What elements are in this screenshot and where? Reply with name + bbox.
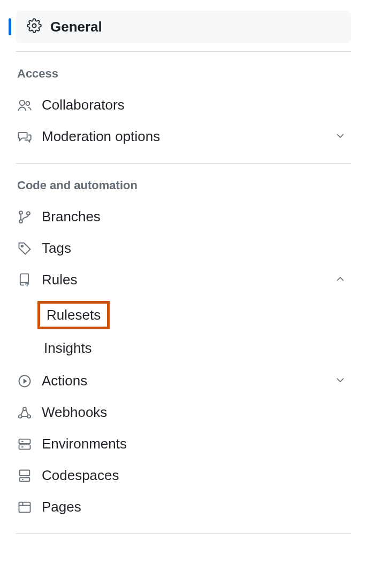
server-icon	[17, 437, 36, 452]
sidebar-item-label: Codespaces	[42, 467, 347, 484]
sidebar-item-collaborators[interactable]: Collaborators	[16, 89, 351, 121]
sidebar-item-actions[interactable]: Actions	[16, 365, 351, 397]
sidebar-item-moderation[interactable]: Moderation options	[16, 121, 351, 152]
sidebar-item-label: Tags	[42, 240, 347, 257]
svg-point-4	[19, 220, 22, 223]
sidebar-item-label: Rulesets	[47, 307, 101, 323]
section-title-code-automation: Code and automation	[17, 179, 351, 201]
sidebar-subitem-insights[interactable]: Insights	[16, 335, 351, 362]
svg-rect-17	[20, 477, 30, 481]
divider	[16, 51, 351, 52]
people-icon	[17, 98, 36, 113]
sidebar-item-tags[interactable]: Tags	[16, 233, 351, 264]
comment-discussion-icon	[17, 129, 36, 144]
sidebar-item-label: Rules	[42, 272, 334, 288]
svg-rect-13	[19, 445, 30, 449]
webhook-icon	[17, 405, 36, 420]
sidebar-item-label: Pages	[42, 499, 347, 515]
browser-icon	[17, 500, 36, 515]
divider	[16, 163, 351, 164]
tag-icon	[17, 241, 36, 256]
codespaces-icon	[17, 468, 36, 483]
sidebar-item-general[interactable]: General	[16, 11, 351, 43]
sidebar-item-label: Collaborators	[42, 97, 347, 113]
git-branch-icon	[17, 210, 36, 225]
divider	[16, 533, 351, 534]
sidebar-item-label: Branches	[42, 208, 347, 225]
chevron-down-icon	[334, 374, 347, 389]
sidebar-item-label: Actions	[42, 373, 334, 389]
play-circle-icon	[17, 374, 36, 389]
svg-point-5	[27, 212, 30, 215]
sidebar-item-pages[interactable]: Pages	[16, 491, 351, 523]
sidebar-item-label: Webhooks	[42, 404, 347, 421]
settings-sidebar: General Access Collaborators Moderation …	[16, 11, 351, 534]
repo-push-icon	[17, 273, 36, 288]
sidebar-item-environments[interactable]: Environments	[16, 428, 351, 460]
svg-rect-19	[19, 502, 30, 512]
highlight-box: Rulesets	[37, 301, 110, 329]
svg-marker-8	[24, 378, 27, 383]
svg-point-1	[20, 100, 25, 105]
sidebar-item-webhooks[interactable]: Webhooks	[16, 397, 351, 428]
sidebar-item-rules[interactable]: Rules	[16, 264, 351, 296]
chevron-down-icon	[334, 129, 347, 144]
svg-rect-16	[20, 470, 30, 476]
svg-point-2	[26, 102, 29, 105]
svg-point-3	[19, 211, 22, 214]
svg-point-6	[21, 245, 24, 247]
section-title-access: Access	[17, 67, 351, 89]
sidebar-item-label: General	[50, 19, 102, 35]
chevron-up-icon	[334, 273, 347, 288]
sidebar-item-branches[interactable]: Branches	[16, 201, 351, 233]
sidebar-item-label: Environments	[42, 436, 347, 452]
sidebar-item-label: Moderation options	[42, 128, 334, 145]
gear-icon	[27, 18, 42, 35]
rules-children: Rulesets Insights	[16, 299, 351, 362]
sidebar-item-label: Insights	[44, 340, 92, 356]
svg-point-0	[33, 24, 36, 28]
sidebar-subitem-rulesets[interactable]: Rulesets	[16, 299, 351, 335]
sidebar-item-codespaces[interactable]: Codespaces	[16, 460, 351, 491]
svg-rect-12	[19, 439, 30, 443]
